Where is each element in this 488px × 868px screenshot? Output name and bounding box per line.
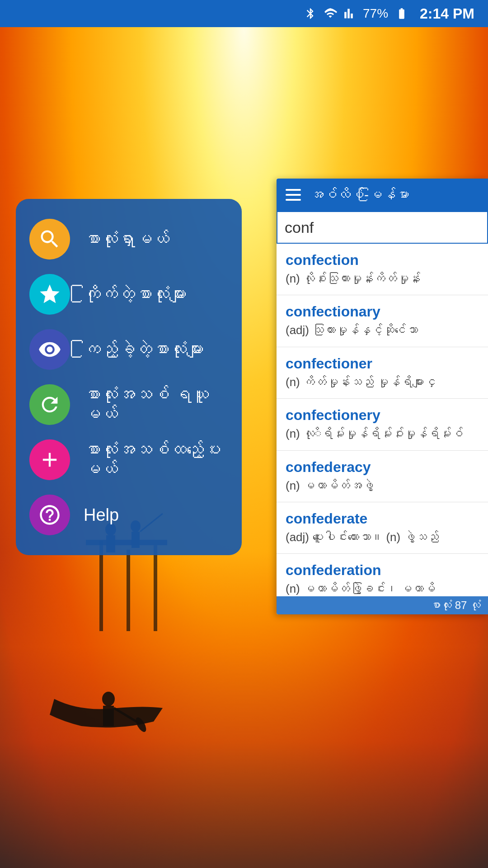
menu-icon-search <box>29 219 70 259</box>
menu-label-search: စာလုံးရှာမယ် <box>84 230 169 249</box>
menu-icon-update <box>29 384 70 425</box>
menu-label-history: ကြည့်ခဲ့တဲ့စာလုံးများ <box>84 340 204 359</box>
menu-icon-add <box>29 439 70 480</box>
menu-panel: စာလုံးရှာမယ်ကြိုက်တဲ့စာလုံးများကြည့်ခဲ့တ… <box>16 199 242 555</box>
menu-item-help[interactable]: Help <box>25 487 233 542</box>
result-item[interactable]: confederate(adj) ပူးပေါင်းထားသော။ (n) ဖွ… <box>277 502 488 554</box>
status-time: 2:14 PM <box>420 5 474 22</box>
result-item[interactable]: confederation(n) မဟာမိတ်ဖွဲ့ခြင်း၊ မဟာမိ <box>277 554 488 596</box>
result-def: (n) မဟာမိတ်အဖွဲ့ <box>286 477 479 494</box>
result-word: confectionery <box>286 407 479 424</box>
menu-icon-help <box>29 495 70 535</box>
result-def: (adj) သကြားမှုန်နှင့်ဆိုင်သော <box>286 322 479 338</box>
hamburger-menu-button[interactable] <box>286 189 301 201</box>
result-def: (n) လိုစ်ႏသကြားမှုန်ႏကိတ်မှုန်ႏ <box>286 270 479 287</box>
dict-app-title: အဝ်လိပ်-မြန်မာ <box>310 187 409 203</box>
result-item[interactable]: confection(n) လိုစ်ႏသကြားမှုန်ႏကိတ်မှုန်… <box>277 244 488 295</box>
result-word: confectionary <box>286 303 479 320</box>
menu-item-update[interactable]: စာလုံးအသစ် ရယူမယ် <box>25 377 233 432</box>
result-word: confederacy <box>286 459 479 476</box>
result-def: (n) ကိတ်မှုန်းသည် မှုန်ရိများငှ <box>286 374 479 390</box>
menu-item-favorites[interactable]: ကြိုက်တဲ့စာလုံးများ <box>25 267 233 322</box>
result-def: (adj) ပူးပေါင်းထားသော။ (n) ဖွဲ့သည် <box>286 529 479 545</box>
bluetooth-icon <box>304 7 317 20</box>
signal-icon <box>344 7 357 20</box>
menu-item-search[interactable]: စာလုံးရှာမယ် <box>25 212 233 267</box>
menu-icon-history <box>29 329 70 370</box>
result-word: confectioner <box>286 355 479 372</box>
search-results[interactable]: confection(n) လိုစ်ႏသကြားမှုန်ႏကိတ်မှုန်… <box>277 244 488 596</box>
svg-point-9 <box>102 692 115 706</box>
menu-icon-favorites <box>29 274 70 315</box>
result-def: (n) မဟာမိတ်ဖွဲ့ခြင်း၊ မဟာမိ <box>286 580 479 596</box>
result-item[interactable]: confectionary(adj) သကြားမှုန်နှင့်ဆိုင်သ… <box>277 295 488 347</box>
menu-label-help: Help <box>84 505 119 525</box>
result-item[interactable]: confectioner(n) ကိတ်မှုန်းသည် မှုန်ရိမျာ… <box>277 347 488 399</box>
status-icons: 77% 2:14 PM <box>304 5 474 22</box>
result-item[interactable]: confederacy(n) မဟာမိတ်အဖွဲ့ <box>277 451 488 502</box>
result-word: confederate <box>286 510 479 527</box>
menu-item-add[interactable]: စာလုံးအသစ်ထည့်ပေးမယ် <box>25 432 233 487</box>
menu-item-history[interactable]: ကြည့်ခဲ့တဲ့စာလုံးများ <box>25 322 233 377</box>
menu-items-container: စာလုံးရှာမယ်ကြိုက်တဲ့စာလုံးများကြည့်ခဲ့တ… <box>25 212 233 542</box>
search-box[interactable] <box>277 211 488 244</box>
result-count: စာလုံး 87 လုံ <box>277 596 488 614</box>
svg-rect-2 <box>154 545 157 631</box>
result-word: confection <box>286 252 479 269</box>
search-input[interactable] <box>285 212 480 243</box>
result-item[interactable]: confectionery(n) လုိရိမ်ႏမှုန်ရိမ်ႏဝ်ႏမှ… <box>277 399 488 450</box>
battery-icon <box>394 7 409 20</box>
result-word: confederation <box>286 562 479 579</box>
svg-rect-1 <box>127 550 130 631</box>
menu-label-update: စာလုံးအသစ် ရယူမယ် <box>84 385 228 424</box>
battery-level: 77% <box>363 6 388 21</box>
wifi-icon <box>323 7 338 20</box>
menu-label-add: စာလုံးအသစ်ထည့်ပေးမယ် <box>84 440 228 479</box>
menu-label-favorites: ကြိုက်တဲ့စာလုံးများ <box>84 285 187 304</box>
dict-header: အဝ်လိပ်-မြန်မာ <box>277 179 488 211</box>
dict-panel: အဝ်လိပ်-မြန်မာ confection(n) လိုစ်ႏသကြား… <box>277 179 488 614</box>
result-def: (n) လုိရိမ်ႏမှုန်ရိမ်ႏဝ်ႏမှုန်ရိမ်ႏဝ် <box>286 425 479 442</box>
svg-rect-10 <box>103 706 114 726</box>
status-bar: 77% 2:14 PM <box>0 0 488 27</box>
